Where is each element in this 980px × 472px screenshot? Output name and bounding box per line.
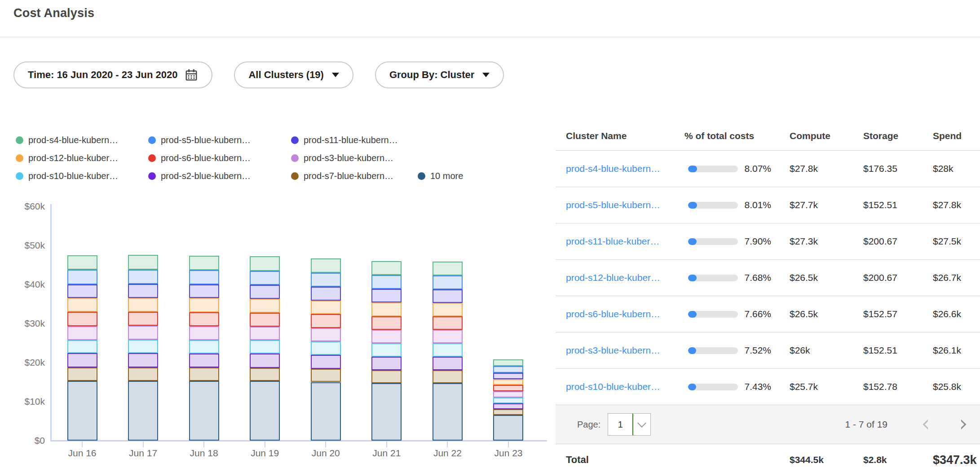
clusters-filter-dropdown[interactable]: All Clusters (19) xyxy=(234,61,353,88)
bar-segment[interactable] xyxy=(67,367,97,381)
bar-segment[interactable] xyxy=(493,373,523,379)
bar-segment[interactable] xyxy=(493,379,523,385)
bar-segment[interactable] xyxy=(371,330,402,343)
bar-segment[interactable] xyxy=(250,285,280,298)
bar-segment[interactable] xyxy=(311,382,341,441)
bar-segment[interactable] xyxy=(433,289,463,303)
bar-segment[interactable] xyxy=(67,298,97,312)
group-by-dropdown[interactable]: Group By: Cluster xyxy=(375,61,504,88)
legend-item[interactable]: prod-s6-blue-kubern… xyxy=(148,151,251,165)
bar-segment[interactable] xyxy=(433,343,463,356)
bar-segment[interactable] xyxy=(128,326,158,340)
bar-segment[interactable] xyxy=(433,383,463,441)
bar-segment[interactable] xyxy=(189,270,219,284)
bar-segment[interactable] xyxy=(311,341,341,355)
legend-item[interactable]: prod-s3-blue-kubern… xyxy=(291,151,393,165)
bar-segment[interactable] xyxy=(371,383,402,441)
bar-segment[interactable] xyxy=(493,409,523,415)
cluster-link[interactable]: prod-s11-blue-kuber… xyxy=(566,236,660,246)
bar-segment[interactable] xyxy=(67,270,97,284)
bar-segment[interactable] xyxy=(371,357,402,371)
cluster-link[interactable]: prod-s10-blue-kuber… xyxy=(566,381,660,392)
cluster-link[interactable]: prod-s12-blue-kuber… xyxy=(566,272,660,283)
bar-segment[interactable] xyxy=(371,316,402,330)
cluster-link[interactable]: prod-s6-blue-kubern… xyxy=(566,309,660,319)
cluster-link[interactable]: prod-s5-blue-kubern… xyxy=(566,200,660,210)
time-range-filter[interactable]: Time: 16 Jun 2020 - 23 Jun 2020 xyxy=(13,61,212,88)
bar-segment[interactable] xyxy=(311,258,341,273)
legend-item[interactable]: 10 more xyxy=(418,169,463,183)
bar-segment[interactable] xyxy=(250,340,280,354)
bar-segment[interactable] xyxy=(250,354,280,368)
bar-segment[interactable] xyxy=(189,312,219,326)
bar-segment[interactable] xyxy=(67,284,97,298)
bar-segment[interactable] xyxy=(311,355,341,369)
bar-segment[interactable] xyxy=(493,398,523,403)
bar-segment[interactable] xyxy=(250,271,280,285)
cluster-link[interactable]: prod-s3-blue-kubern… xyxy=(566,345,660,355)
bar-segment[interactable] xyxy=(493,366,523,373)
legend-item[interactable]: prod-s10-blue-kuber… xyxy=(16,169,118,183)
previous-page-button[interactable] xyxy=(923,420,933,430)
bar-segment[interactable] xyxy=(67,255,97,270)
bar-segment[interactable] xyxy=(189,284,219,298)
page-select[interactable]: 1 xyxy=(608,413,651,436)
bar-segment[interactable] xyxy=(189,326,219,340)
bar-segment[interactable] xyxy=(67,312,97,326)
bar-segment[interactable] xyxy=(189,354,219,368)
bar-segment[interactable] xyxy=(189,340,219,354)
bar-segment[interactable] xyxy=(371,289,402,302)
bar-segment[interactable] xyxy=(250,327,280,340)
bar-segment[interactable] xyxy=(189,381,219,441)
bar-segment[interactable] xyxy=(128,255,158,270)
bar-segment[interactable] xyxy=(433,357,463,371)
bar-segment[interactable] xyxy=(311,328,341,341)
bar-segment[interactable] xyxy=(128,284,158,298)
next-page-button[interactable] xyxy=(956,420,967,430)
bar-segment[interactable] xyxy=(189,256,219,270)
bar-segment[interactable] xyxy=(67,353,97,367)
legend-item[interactable]: prod-s12-blue-kuber… xyxy=(16,151,118,165)
bar-segment[interactable] xyxy=(67,340,97,354)
bar-segment[interactable] xyxy=(371,343,402,356)
legend-item[interactable]: prod-s11-blue-kubern… xyxy=(291,133,398,147)
bar-segment[interactable] xyxy=(250,299,280,313)
bar-segment[interactable] xyxy=(433,262,463,275)
bar-segment[interactable] xyxy=(371,275,402,289)
bar-segment[interactable] xyxy=(189,298,219,312)
bar-segment[interactable] xyxy=(433,275,463,289)
bar-segment[interactable] xyxy=(371,370,402,383)
bar-segment[interactable] xyxy=(128,312,158,326)
bar-segment[interactable] xyxy=(493,359,523,366)
cluster-link[interactable]: prod-s4-blue-kubern… xyxy=(566,163,660,174)
bar-segment[interactable] xyxy=(128,298,158,312)
bar-segment[interactable] xyxy=(433,316,463,330)
bar-segment[interactable] xyxy=(371,302,402,316)
bar-segment[interactable] xyxy=(371,261,402,275)
bar-segment[interactable] xyxy=(493,391,523,398)
bar-segment[interactable] xyxy=(128,270,158,284)
bar-segment[interactable] xyxy=(311,301,341,314)
bar-segment[interactable] xyxy=(311,369,341,382)
bar-segment[interactable] xyxy=(67,381,97,441)
bar-segment[interactable] xyxy=(311,287,341,300)
bar-segment[interactable] xyxy=(67,326,97,340)
bar-segment[interactable] xyxy=(128,381,158,441)
bar-segment[interactable] xyxy=(128,340,158,353)
bar-segment[interactable] xyxy=(128,367,158,381)
bar-segment[interactable] xyxy=(250,256,280,271)
bar-segment[interactable] xyxy=(433,303,463,316)
bar-segment[interactable] xyxy=(250,381,280,441)
bar-segment[interactable] xyxy=(433,330,463,343)
legend-item[interactable]: prod-s2-blue-kubern… xyxy=(148,169,251,183)
bar-segment[interactable] xyxy=(311,273,341,287)
bar-segment[interactable] xyxy=(493,385,523,391)
legend-item[interactable]: prod-s5-blue-kubern… xyxy=(148,133,251,147)
bar-segment[interactable] xyxy=(493,415,523,441)
legend-item[interactable]: prod-s7-blue-kubern… xyxy=(291,169,393,183)
bar-segment[interactable] xyxy=(189,367,219,381)
bar-segment[interactable] xyxy=(433,370,463,383)
bar-segment[interactable] xyxy=(250,313,280,327)
bar-segment[interactable] xyxy=(250,368,280,381)
bar-segment[interactable] xyxy=(128,353,158,367)
